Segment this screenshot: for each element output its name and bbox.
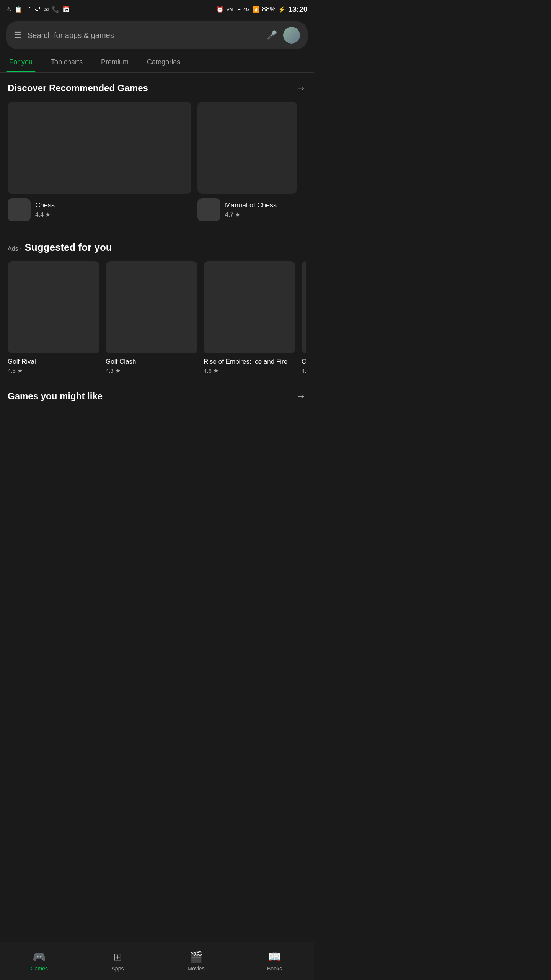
timer-icon: ⏱ (25, 6, 31, 13)
manual-chess-card-text: Manual of Chess 4.7 ★ (225, 201, 297, 218)
games-like-title: Games you might like (8, 391, 103, 402)
discover-section-header: Discover Recommended Games → (8, 82, 306, 94)
ads-title: Suggested for you (24, 242, 112, 253)
hamburger-menu-icon[interactable]: ☰ (14, 30, 21, 40)
golf-clash-rating: 4.3 ★ (106, 367, 197, 374)
chess-star-icon: ★ (45, 211, 51, 218)
golf-rival-name: Golf Rival (8, 358, 99, 366)
battery-percent: 88% (262, 5, 276, 13)
ads-label: Ads · (8, 245, 21, 252)
manual-chess-app-icon (197, 198, 220, 221)
chess-card-info: Chess 4.4 ★ (8, 198, 191, 221)
golf-rival-star-icon: ★ (17, 367, 23, 374)
rise-of-empires-image (204, 261, 295, 353)
manual-chess-card-image (197, 102, 297, 194)
manual-chess-star-icon: ★ (235, 211, 240, 218)
chess-name: Chess (35, 201, 191, 209)
discover-arrow-icon[interactable]: → (295, 82, 306, 94)
alarm-icon: ⏰ (216, 6, 224, 13)
chess-app-icon (8, 198, 31, 221)
tab-categories[interactable]: Categories (138, 52, 189, 72)
golf-rival-rating: 4.5 ★ (8, 367, 99, 374)
rise-of-empires-name: Rise of Empires: Ice and Fire (204, 358, 295, 366)
tab-top-charts[interactable]: Top charts (42, 52, 92, 72)
chess-rating: 4.4 ★ (35, 211, 191, 218)
manual-chess-rating: 4.7 ★ (225, 211, 297, 218)
clipboard-icon: 📋 (15, 6, 22, 13)
manual-chess-card-info: Manual of Chess 4.7 ★ (197, 198, 297, 221)
avatar-image (283, 27, 300, 44)
4g-icon: 4G (243, 7, 249, 12)
ads-card-golf-rival[interactable]: Golf Rival 4.5 ★ (8, 261, 99, 374)
golf-clash-star-icon: ★ (115, 367, 121, 374)
games-like-header: Games you might like → (8, 390, 306, 402)
status-right-info: ⏰ VoLTE 4G 📶 88% ⚡ 13:20 (216, 5, 308, 14)
rise-of-empires-rating: 4.6 ★ (204, 367, 295, 374)
game-card-chess[interactable]: Chess 4.4 ★ (8, 102, 191, 221)
tab-premium[interactable]: Premium (92, 52, 138, 72)
discover-title: Discover Recommended Games (8, 83, 148, 93)
games-like-section: Games you might like → (0, 381, 314, 416)
tab-for-you[interactable]: For you (0, 52, 42, 72)
ads-card-golf-clash[interactable]: Golf Clash 4.3 ★ (106, 261, 197, 374)
golf-clash-name: Golf Clash (106, 358, 197, 366)
discover-cards-row: Chess 4.4 ★ Manual of Chess 4.7 ★ (8, 102, 306, 221)
battery-icon: ⚡ (278, 6, 286, 13)
shield-icon: 🛡 (34, 6, 41, 13)
nav-tabs: For you Top charts Premium Categories (0, 52, 314, 73)
user-avatar[interactable] (283, 27, 300, 44)
game-card-manual-chess[interactable]: Manual of Chess 4.7 ★ (197, 102, 297, 221)
ads-section: Ads · Suggested for you Golf Rival 4.5 ★… (0, 234, 314, 381)
partial-card-image (302, 261, 306, 353)
search-placeholder-text[interactable]: Search for apps & games (28, 31, 261, 40)
clock: 13:20 (288, 5, 308, 14)
warning-icon: ⚠ (6, 6, 11, 13)
golf-rival-image (8, 261, 99, 353)
manual-chess-name: Manual of Chess (225, 201, 297, 209)
chess-card-image (8, 102, 191, 194)
signal-icon: 📶 (252, 6, 260, 13)
status-left-icons: ⚠ 📋 ⏱ 🛡 ✉ 📞 📅 (6, 6, 70, 13)
calendar-icon: 📅 (62, 6, 70, 13)
status-bar: ⚠ 📋 ⏱ 🛡 ✉ 📞 📅 ⏰ VoLTE 4G 📶 88% ⚡ 13:20 (0, 0, 314, 18)
partial-card-name: Co... (302, 358, 306, 366)
search-bar[interactable]: ☰ Search for apps & games 🎤 (6, 21, 308, 49)
ads-cards-row: Golf Rival 4.5 ★ Golf Clash 4.3 ★ Rise o… (8, 261, 306, 374)
rise-of-empires-star-icon: ★ (213, 367, 218, 374)
microphone-icon[interactable]: 🎤 (267, 30, 277, 40)
ads-card-partial[interactable]: Co... 4.4 ★ (302, 261, 306, 374)
golf-clash-image (106, 261, 197, 353)
phone-icon: 📞 (52, 6, 59, 13)
discover-section: Discover Recommended Games → Chess 4.4 ★ (0, 73, 314, 234)
games-like-arrow-icon[interactable]: → (295, 390, 306, 402)
chess-card-text: Chess 4.4 ★ (35, 201, 191, 218)
partial-card-rating: 4.4 ★ (302, 367, 306, 374)
volte-icon: VoLTE (226, 7, 241, 12)
ads-header: Ads · Suggested for you (8, 242, 306, 254)
mail-icon: ✉ (44, 6, 49, 13)
ads-card-rise-of-empires[interactable]: Rise of Empires: Ice and Fire 4.6 ★ (204, 261, 295, 374)
